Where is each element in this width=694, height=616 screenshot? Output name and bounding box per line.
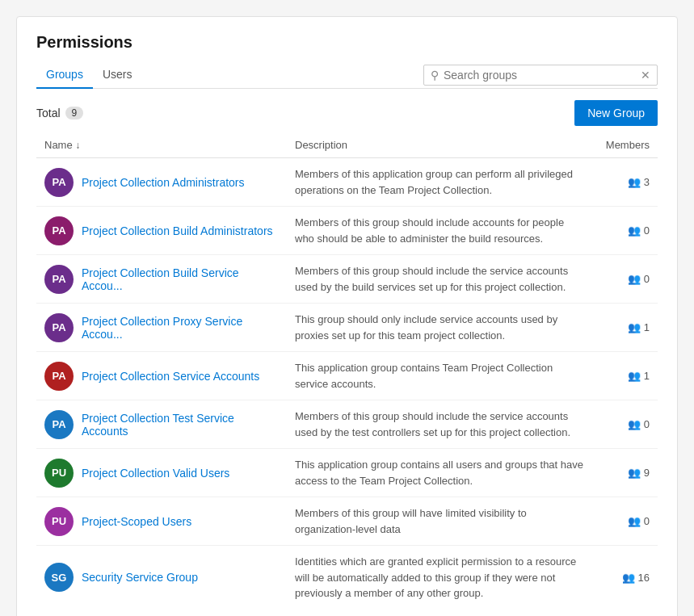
members-cell: 👥 3 <box>602 176 650 188</box>
table-row: PA Project Collection Administrators Mem… <box>36 158 658 207</box>
group-name-link[interactable]: Project-Scoped Users <box>82 515 191 528</box>
group-name-link[interactable]: Project Collection Service Accounts <box>82 370 259 383</box>
members-cell: 👥 0 <box>602 418 650 430</box>
description-text: This application group contains Team Pro… <box>295 362 553 390</box>
group-name-cell: PA Project Collection Administrators <box>44 168 279 197</box>
avatar: PU <box>44 507 74 536</box>
members-count: 16 <box>638 572 650 584</box>
avatar: PA <box>44 313 74 342</box>
members-cell: 👥 9 <box>602 467 650 479</box>
group-name-link[interactable]: Project Collection Test Service Accounts <box>82 412 279 438</box>
members-cell: 👥 0 <box>602 273 650 285</box>
total-count-badge: 9 <box>65 107 84 119</box>
description-text: Members of this group should include acc… <box>295 216 564 245</box>
tab-users[interactable]: Users <box>93 61 142 89</box>
group-name-link[interactable]: Project Collection Build Administrators <box>82 224 273 237</box>
group-name-link[interactable]: Project Collection Proxy Service Accou..… <box>82 315 279 341</box>
search-box[interactable]: ⚲ ✕ <box>423 65 658 86</box>
group-name-cell: PA Project Collection Build Service Acco… <box>44 265 279 294</box>
description-text: Members of this group should include the… <box>295 265 568 293</box>
group-name-link[interactable]: Project Collection Administrators <box>82 176 245 189</box>
table-row: PU Project Collection Valid Users This a… <box>36 449 658 497</box>
groups-table: Name ↓ Description Members PA Project Co… <box>36 132 658 610</box>
members-icon: 👥 <box>628 370 641 382</box>
members-cell: 👥 0 <box>602 224 650 237</box>
description-text: Members of this application group can pe… <box>295 168 573 196</box>
members-cell: 👥 1 <box>602 370 650 382</box>
members-icon: 👥 <box>628 176 641 188</box>
group-name-cell: PU Project Collection Valid Users <box>44 459 279 488</box>
table-row: PA Project Collection Proxy Service Acco… <box>36 304 658 352</box>
description-text: Identities which are granted explicit pe… <box>295 555 576 599</box>
new-group-button[interactable]: New Group <box>574 100 658 126</box>
group-name-link[interactable]: Security Service Group <box>82 571 198 584</box>
description-text: This application group contains all user… <box>295 459 583 487</box>
members-count: 0 <box>644 224 650 237</box>
members-count: 0 <box>644 515 650 527</box>
group-name-cell: PA Project Collection Build Administrato… <box>44 216 279 245</box>
members-icon: 👥 <box>628 273 641 285</box>
name-column-header[interactable]: Name ↓ <box>36 132 287 158</box>
members-column-header: Members <box>594 132 658 158</box>
avatar: PA <box>44 168 74 197</box>
group-name-link[interactable]: Project Collection Build Service Accou..… <box>82 266 279 292</box>
description-text: This group should only include service a… <box>295 313 557 342</box>
members-icon: 👥 <box>622 572 635 584</box>
group-name-cell: PA Project Collection Test Service Accou… <box>44 410 279 439</box>
group-name-link[interactable]: Project Collection Valid Users <box>82 467 229 480</box>
members-cell: 👥 0 <box>602 515 650 527</box>
description-column-header: Description <box>287 132 594 158</box>
members-count: 9 <box>644 467 650 479</box>
members-icon: 👥 <box>628 418 641 430</box>
avatar: SG <box>44 563 74 592</box>
members-cell: 👥 16 <box>602 572 650 584</box>
avatar: PA <box>44 362 74 391</box>
table-row: PA Project Collection Build Administrato… <box>36 207 658 255</box>
table-row: PU Project-Scoped Users Members of this … <box>36 497 658 546</box>
tabs-row: Groups Users ⚲ ✕ <box>36 61 658 89</box>
avatar: PA <box>44 216 74 245</box>
group-name-cell: PA Project Collection Proxy Service Acco… <box>44 313 279 342</box>
table-header-row: Name ↓ Description Members <box>36 132 658 158</box>
members-icon: 👥 <box>628 224 641 237</box>
tab-list: Groups Users <box>36 61 141 88</box>
members-count: 0 <box>644 418 650 430</box>
toolbar: Total 9 New Group <box>36 100 658 126</box>
avatar: PA <box>44 265 74 294</box>
table-row: PA Project Collection Build Service Acco… <box>36 255 658 304</box>
search-input[interactable] <box>444 69 641 82</box>
total-count-area: Total 9 <box>36 107 83 119</box>
group-name-cell: SG Security Service Group <box>44 563 279 592</box>
members-cell: 👥 1 <box>602 321 650 333</box>
group-name-cell: PA Project Collection Service Accounts <box>44 362 279 391</box>
members-count: 1 <box>644 370 650 382</box>
page-title: Permissions <box>36 33 658 52</box>
members-icon: 👥 <box>628 321 641 333</box>
avatar: PA <box>44 410 74 439</box>
table-row: PA Project Collection Service Accounts T… <box>36 352 658 400</box>
table-row: SG Security Service Group Identities whi… <box>36 546 658 610</box>
clear-icon[interactable]: ✕ <box>641 69 650 82</box>
tab-groups[interactable]: Groups <box>36 61 93 89</box>
permissions-container: Permissions Groups Users ⚲ ✕ Total 9 New… <box>16 16 678 616</box>
table-body: PA Project Collection Administrators Mem… <box>36 158 658 610</box>
table-row: PA Project Collection Test Service Accou… <box>36 400 658 449</box>
description-text: Members of this group should include the… <box>295 410 570 438</box>
members-icon: 👥 <box>628 515 641 527</box>
sort-arrow-icon: ↓ <box>75 140 80 151</box>
avatar: PU <box>44 459 74 488</box>
members-count: 0 <box>644 273 650 285</box>
search-icon: ⚲ <box>431 69 439 82</box>
members-count: 3 <box>644 176 650 188</box>
members-icon: 👥 <box>628 467 641 479</box>
description-text: Members of this group will have limited … <box>295 507 527 535</box>
group-name-cell: PU Project-Scoped Users <box>44 507 279 536</box>
total-label: Total <box>36 107 61 119</box>
members-count: 1 <box>644 321 650 333</box>
